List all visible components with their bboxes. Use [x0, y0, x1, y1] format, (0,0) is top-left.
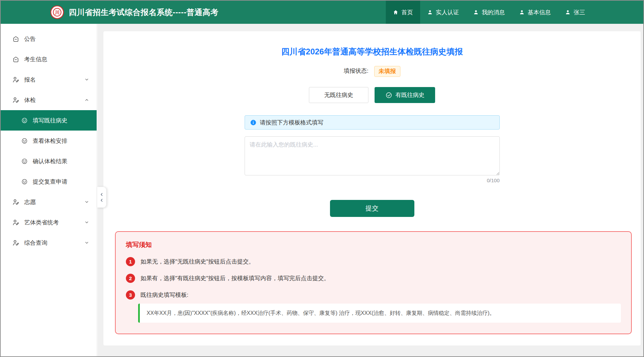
- top-nav: 首页实人认证我的消息基本信息张三: [386, 1, 592, 24]
- face-icon: [21, 178, 28, 185]
- sidebar-collapse-handle[interactable]: [97, 187, 106, 208]
- history-textarea[interactable]: [245, 136, 500, 175]
- notice-item-1: 1如果无，选择"无既往病史"按钮后点击提交。: [126, 257, 621, 266]
- chevron-down-icon: [84, 200, 89, 204]
- sidebar-item-label: 提交复查申请: [33, 178, 67, 186]
- user-edit-icon: [12, 97, 19, 104]
- sidebar-item-label: 综合查询: [24, 239, 47, 247]
- user-edit-icon: [12, 199, 19, 206]
- app-header: 川 四川省招生考试综合报名系统-----普通高考 首页实人认证我的消息基本信息张…: [1, 1, 643, 24]
- chevron-down-icon: [84, 240, 89, 245]
- template-hint-text: 请按照下方模板格式填写: [260, 119, 324, 126]
- notice-item-2: 2如果有，选择"有既往病史"按钮后，按模板填写内容，填写完后点击提交。: [126, 274, 621, 283]
- notice-item-number: 3: [126, 290, 135, 300]
- user-icon: [565, 10, 571, 15]
- sidebar-item-label: 体检: [24, 96, 36, 104]
- sidebar-item-submit-recheck-request[interactable]: 提交复查申请: [1, 171, 97, 192]
- face-icon: [21, 137, 28, 144]
- board-icon: [12, 56, 19, 63]
- status-row: 填报状态: 未填报: [103, 65, 641, 77]
- chevron-up-icon: [84, 98, 89, 102]
- notice-box: 填写须知 1如果无，选择"无既往病史"按钮后点击提交。2如果有，选择"有既往病史…: [115, 231, 632, 334]
- sidebar-item-label: 确认体检结果: [33, 157, 67, 165]
- sidebar-item-label: 志愿: [24, 198, 36, 206]
- face-icon: [21, 117, 28, 124]
- sidebar-item-label: 报名: [24, 76, 36, 84]
- notice-title: 填写须知: [126, 241, 621, 249]
- nav-item-real-person-auth[interactable]: 实人认证: [420, 1, 466, 24]
- nav-item-basic-info[interactable]: 基本信息: [512, 1, 558, 24]
- notice-item-text: 如果无，选择"无既往病史"按钮后点击提交。: [141, 258, 254, 266]
- notice-item-number: 1: [126, 257, 135, 266]
- nav-item-user-zhangsan[interactable]: 张三: [558, 1, 592, 24]
- user-icon: [427, 10, 433, 15]
- page-title: 四川省2026年普通高等学校招生体检既往病史填报: [103, 47, 641, 56]
- sidebar-item-volunteer[interactable]: 志愿: [1, 192, 97, 212]
- template-box: XX年XX月，患(因)"XXXX"(疾病名称)，经XXX治疗(手术、药物、保守、…: [138, 304, 621, 323]
- main-area: 四川省2026年普通高等学校招生体检既往病史填报 填报状态: 未填报 无既往病史…: [97, 24, 643, 356]
- nav-item-label: 实人认证: [436, 8, 459, 16]
- sidebar-item-candidate-info[interactable]: 考生信息: [1, 49, 97, 69]
- user-icon: [519, 10, 525, 15]
- chevron-left-icon: [100, 192, 104, 197]
- sidebar: 公告考生信息报名体检填写既往病史查看体检安排确认体检结果提交复查申请志愿艺体类省…: [1, 24, 97, 356]
- char-counter: 0/100: [245, 177, 500, 184]
- sidebar-item-announcements[interactable]: 公告: [1, 29, 97, 49]
- page: 川 四川省招生考试综合报名系统-----普通高考 首页实人认证我的消息基本信息张…: [0, 0, 644, 357]
- notice-item-number: 2: [126, 274, 135, 283]
- has-history-button-label: 有既往病史: [396, 91, 425, 99]
- sidebar-item-physical-exam[interactable]: 体检: [1, 90, 97, 110]
- sidebar-item-label: 考生信息: [24, 55, 47, 63]
- sidebar-item-label: 查看体检安排: [33, 137, 67, 145]
- check-circle-icon: [385, 92, 392, 99]
- nav-item-label: 张三: [574, 8, 585, 16]
- no-history-button[interactable]: 无既往病史: [309, 87, 368, 103]
- sidebar-item-confirm-exam-result[interactable]: 确认体检结果: [1, 151, 97, 171]
- brand: 川 四川省招生考试综合报名系统-----普通高考: [1, 5, 218, 19]
- submit-button[interactable]: 提交: [330, 200, 414, 217]
- sidebar-item-label: 填写既往病史: [33, 117, 67, 124]
- chevron-down-icon: [84, 220, 89, 225]
- sidebar-item-registration[interactable]: 报名: [1, 69, 97, 90]
- sidebar-item-comprehensive-query[interactable]: 综合查询: [1, 233, 97, 253]
- history-input-area: 0/100: [245, 136, 500, 184]
- notice-item-text: 既往病史填写模板:: [141, 291, 188, 299]
- notice-item-text: 如果有，选择"有既往病史"按钮后，按模板填写内容，填写完后点击提交。: [141, 274, 330, 282]
- user-edit-icon: [12, 76, 19, 83]
- chevron-down-icon: [84, 77, 89, 82]
- svg-text:川: 川: [55, 10, 60, 15]
- app-logo-icon: 川: [50, 5, 64, 19]
- chevron-left-icon: [100, 198, 104, 202]
- info-icon: [250, 119, 257, 126]
- home-icon: [393, 10, 398, 15]
- sidebar-item-label: 艺体类省统考: [24, 219, 59, 226]
- sidebar-item-view-exam-schedule[interactable]: 查看体检安排: [1, 131, 97, 151]
- template-text: XX年XX月，患(因)"XXXX"(疾病名称)，经XXX治疗(手术、药物、保守、…: [147, 310, 495, 316]
- sidebar-item-art-sports-exam[interactable]: 艺体类省统考: [1, 212, 97, 233]
- nav-item-label: 我的消息: [482, 8, 505, 16]
- nav-item-my-messages[interactable]: 我的消息: [466, 1, 512, 24]
- nav-item-home[interactable]: 首页: [386, 1, 420, 24]
- notice-items: 1如果无，选择"无既往病史"按钮后点击提交。2如果有，选择"有既往病史"按钮后，…: [126, 257, 621, 300]
- status-badge: 未填报: [374, 66, 400, 77]
- content-card: 四川省2026年普通高等学校招生体检既往病史填报 填报状态: 未填报 无既往病史…: [103, 31, 641, 345]
- template-hint-alert: 请按照下方模板格式填写: [245, 115, 500, 130]
- notice-item-3: 3既往病史填写模板:: [126, 290, 621, 300]
- user-edit-icon: [12, 219, 19, 226]
- status-label: 填报状态:: [344, 68, 368, 74]
- sidebar-item-fill-medical-history[interactable]: 填写既往病史: [1, 110, 97, 131]
- has-history-button[interactable]: 有既往病史: [375, 87, 435, 103]
- board-icon: [12, 35, 19, 42]
- history-choice-row: 无既往病史 有既往病史: [103, 87, 641, 103]
- nav-item-label: 首页: [401, 8, 413, 16]
- nav-item-label: 基本信息: [528, 8, 551, 16]
- user-icon: [473, 10, 479, 15]
- face-icon: [21, 158, 28, 165]
- user-edit-icon: [12, 239, 19, 247]
- app-title: 四川省招生考试综合报名系统-----普通高考: [69, 7, 218, 18]
- sidebar-item-label: 公告: [24, 35, 36, 43]
